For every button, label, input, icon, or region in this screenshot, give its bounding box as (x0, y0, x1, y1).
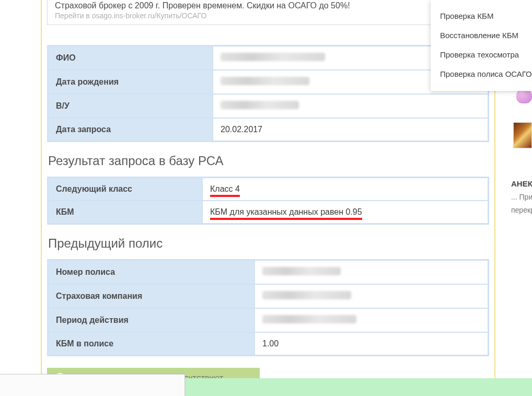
table-row: Период действия (48, 308, 488, 332)
row-label: Страховая компания (48, 284, 255, 308)
dropdown-menu: Проверка КБМ Восстановление КБМ Проверка… (431, 0, 532, 91)
result-table: Следующий класс Класс 4 КБМ КБМ для указ… (47, 177, 489, 225)
table-row: ФИО (48, 46, 488, 70)
anekdot-title: АНЕКДОТ (511, 177, 532, 191)
personal-data-table: ФИО Дата рождения В/У Дата запроса 20.02… (47, 45, 489, 142)
redacted-value (262, 315, 356, 323)
redacted-value (262, 267, 341, 275)
table-row: Номер полиса (48, 260, 488, 284)
row-label: Следующий класс (48, 178, 202, 201)
highlighted-value: КБМ для указанных данных равен 0.95 (210, 207, 362, 217)
table-row: В/У (48, 94, 488, 118)
ad-how-link[interactable]: Как размести (47, 29, 489, 38)
table-row: Страховая компания (48, 284, 488, 308)
table-row: КБМ КБМ для указанных данных равен 0.95 (48, 201, 488, 224)
main-content: Страховой брокер с 2009 г. Проверен врем… (41, 0, 495, 388)
row-label: В/У (48, 94, 213, 118)
table-row: Дата запроса 20.02.2017 (48, 118, 488, 141)
redacted-value (221, 101, 299, 109)
highlighted-value: Класс 4 (210, 184, 240, 194)
sidebar-image-fragment (513, 122, 532, 148)
bottom-bar (185, 378, 532, 396)
row-label: КБМ (48, 201, 202, 224)
previous-policy-table: Номер полиса Страховая компания Период д… (47, 259, 489, 356)
row-value: 20.02.2017 (213, 118, 488, 141)
row-value: Класс 4 (202, 178, 488, 201)
row-value (255, 260, 488, 284)
dropdown-item-check-inspection[interactable]: Проверка техосмотра (431, 45, 532, 64)
row-label: Дата запроса (48, 118, 213, 141)
section-result-title: Результат запроса в базу РСА (48, 154, 489, 168)
row-label: ФИО (48, 46, 213, 70)
anekdot-line: перекрёсток (511, 204, 532, 217)
ad-subtitle: Перейти в osago.ins-broker.ru/Купить/ОСА… (55, 11, 481, 20)
redacted-value (262, 291, 351, 299)
ad-banner: Страховой брокер с 2009 г. Проверен врем… (47, 0, 489, 25)
table-row: КБМ в полисе 1.00 (48, 332, 488, 355)
sidebar-anekdot: АНЕКДОТ ... Приехал перекрёсток (511, 177, 532, 217)
bottom-tab[interactable] (0, 374, 185, 396)
row-value (255, 284, 488, 308)
anekdot-line: ... Приехал (511, 191, 532, 204)
dropdown-item-restore-kbm[interactable]: Восстановление КБМ (431, 26, 532, 45)
row-value: 1.00 (255, 332, 488, 355)
dropdown-item-check-kbm[interactable]: Проверка КБМ (431, 6, 532, 26)
dropdown-item-check-osago[interactable]: Проверка полиса ОСАГО (431, 64, 532, 84)
redacted-value (221, 53, 325, 61)
row-value (213, 94, 488, 118)
row-label: Номер полиса (48, 260, 255, 284)
row-value (255, 308, 488, 332)
section-prev-title: Предыдущий полис (48, 236, 489, 251)
table-row: Дата рождения (48, 70, 488, 94)
row-label: Дата рождения (48, 70, 213, 94)
row-label: Период действия (48, 308, 255, 332)
row-label: КБМ в полисе (48, 332, 255, 355)
redacted-value (221, 77, 309, 85)
ad-title: Страховой брокер с 2009 г. Проверен врем… (55, 0, 481, 11)
row-value: КБМ для указанных данных равен 0.95 (202, 201, 488, 224)
table-row: Следующий класс Класс 4 (48, 178, 488, 201)
